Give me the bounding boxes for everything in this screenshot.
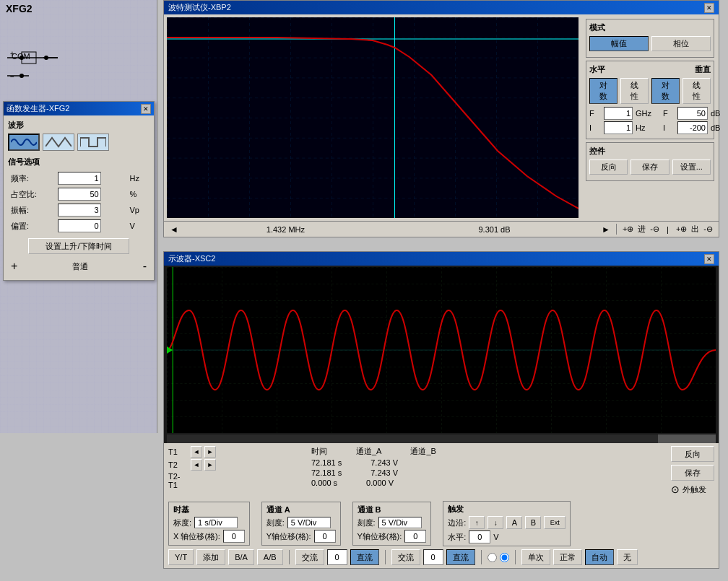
i-input-v[interactable] — [677, 121, 708, 134]
none-btn[interactable]: 无 — [617, 549, 638, 565]
bode-window: 波特测试仪-XBP2 ✕ — [163, 0, 719, 237]
t2-time-val: 72.181 s — [311, 468, 342, 477]
ac-input-a[interactable] — [327, 549, 347, 565]
reverse-btn[interactable]: 反向 — [589, 160, 628, 175]
amplitude-btn[interactable]: 幅值 — [589, 36, 649, 51]
settings-btn[interactable]: 设置... — [672, 160, 711, 175]
f-input-h[interactable] — [604, 107, 633, 120]
status-right-arrow[interactable]: ► — [599, 224, 613, 235]
zoom-out-label: 出 — [691, 224, 699, 235]
bode-close-btn[interactable]: ✕ — [704, 3, 714, 13]
duty-unit: % — [126, 186, 150, 202]
edge-fall-btn[interactable]: ↓ — [488, 516, 503, 529]
scope-radio-2[interactable] — [500, 553, 509, 562]
xfg2-title: XFG2 — [6, 3, 32, 14]
scope-radio-1[interactable] — [488, 553, 497, 562]
freq-input[interactable] — [58, 172, 101, 185]
t1-right-btn[interactable]: ► — [204, 446, 216, 458]
wave-sine-btn[interactable] — [8, 134, 40, 151]
edge-label: 边沿: — [448, 517, 466, 528]
scope-info-panel: T1 ◄ ► T2 ◄ ► T2-T1 时间 通道_A 通道_B 72.181 … — [164, 443, 719, 498]
ac-input-b[interactable] — [423, 549, 443, 565]
ch-a-y-offset-input[interactable] — [314, 530, 336, 543]
dc-btn-a[interactable]: 直流 — [350, 549, 379, 565]
f-input-v[interactable] — [677, 107, 708, 120]
mode-label: 模式 — [589, 22, 711, 33]
i-input-h[interactable] — [604, 121, 633, 134]
ch-b-trigger-btn[interactable]: B — [525, 516, 541, 529]
f-label-h: F — [589, 109, 601, 118]
wave-square-btn[interactable] — [77, 134, 109, 151]
t2t1-cha-val: 0.000 V — [366, 479, 394, 487]
scope-window: 示波器-XSC2 ✕ — [163, 251, 719, 569]
ab-btn[interactable]: A/B — [257, 549, 283, 565]
t2-left-btn[interactable]: ◄ — [191, 459, 202, 471]
dc-btn-b[interactable]: 直流 — [446, 549, 475, 565]
trigger-level-label: 水平: — [448, 532, 466, 543]
ext-trigger-label: 外触发 — [682, 484, 706, 495]
auto-btn[interactable]: 自动 — [585, 549, 614, 565]
waveform-label: 波形 — [8, 120, 150, 131]
controls-label: 控件 — [589, 146, 711, 157]
t2-right-btn[interactable]: ► — [204, 459, 216, 471]
ch-a-trigger-btn[interactable]: A — [506, 516, 522, 529]
ba-btn[interactable]: B/A — [228, 549, 254, 565]
rise-fall-btn[interactable]: 设置上升/下降时间 — [28, 238, 129, 254]
t2t1-time-val: 0.000 s — [311, 479, 337, 487]
x-offset-input[interactable] — [223, 530, 245, 543]
i-unit-h: Hz — [636, 123, 657, 132]
single-btn[interactable]: 单次 — [521, 549, 550, 565]
ac-btn-b[interactable]: 交流 — [391, 549, 420, 565]
ch-a-label: 通道 A — [266, 504, 336, 515]
ch-b-y-offset-input[interactable] — [404, 530, 426, 543]
scope-close-btn[interactable]: ✕ — [704, 254, 714, 264]
duty-input[interactable] — [58, 188, 101, 201]
zoom-in-plus-icon[interactable]: +⊕ — [623, 224, 633, 234]
save-btn[interactable]: 保存 — [630, 160, 669, 175]
zoom-out-plus-icon[interactable]: +⊕ — [676, 224, 687, 234]
t2-label: T2 — [168, 460, 188, 469]
scope-btn-row: Y/T 添加 B/A A/B 交流 直流 交流 直流 单次 正常 自动 无 — [168, 549, 714, 565]
phase-btn[interactable]: 相位 — [651, 36, 711, 51]
signal-options-label: 信号选项 — [8, 157, 150, 167]
t1-time-val: 72.181 s — [311, 458, 342, 467]
edge-rise-btn[interactable]: ↑ — [469, 516, 485, 529]
trigger-level-input[interactable] — [469, 530, 490, 543]
status-freq: 1.432 MHz — [181, 225, 390, 234]
minus-btn[interactable]: - — [143, 260, 147, 273]
plus-btn[interactable]: + — [11, 260, 17, 273]
scope-save-btn[interactable]: 保存 — [671, 465, 714, 481]
func-gen-close-btn[interactable]: ✕ — [141, 104, 151, 114]
svg-rect-13 — [167, 17, 578, 218]
f-label-v: F — [663, 109, 675, 118]
offset-input[interactable] — [58, 219, 101, 232]
func-gen-titlebar: 函数发生器-XFG2 ✕ — [4, 102, 154, 115]
zoom-out-minus-icon[interactable]: -⊖ — [703, 224, 713, 234]
waveform-row — [8, 134, 150, 151]
horizontal-label: 水平 — [589, 64, 605, 75]
ac-btn-a[interactable]: 交流 — [295, 549, 324, 565]
t2-cha-val: 7.243 V — [370, 468, 398, 477]
log-btn-h[interactable]: 对数 — [589, 78, 618, 104]
yt-btn[interactable]: Y/T — [168, 549, 194, 565]
amp-input[interactable] — [58, 204, 101, 217]
normal-btn[interactable]: 正常 — [553, 549, 582, 565]
bottom-row: + 普通 - — [8, 257, 150, 276]
status-left-arrow[interactable]: ◄ — [167, 224, 181, 235]
scope-scrollbar[interactable] — [167, 434, 716, 443]
func-gen-title: 函数发生器-XFG2 — [6, 103, 69, 114]
t1-cha-val: 7.243 V — [370, 458, 398, 467]
scope-reverse-btn[interactable]: 反向 — [671, 446, 714, 462]
controls-section: 控件 反向 保存 设置... — [586, 142, 714, 181]
zoom-in-minus-icon[interactable]: -⊖ — [650, 224, 659, 234]
add-btn[interactable]: 添加 — [196, 549, 225, 565]
f-unit-h: GHz — [636, 109, 657, 118]
linear-btn-h[interactable]: 线性 — [620, 78, 649, 104]
wave-triangle-btn[interactable] — [43, 134, 74, 151]
i-unit-v: dB — [711, 123, 728, 132]
func-gen-window: 函数发生器-XFG2 ✕ 波形 信号选项 — [3, 101, 155, 281]
ext-trigger-btn[interactable]: Ext — [544, 516, 566, 529]
t1-left-btn[interactable]: ◄ — [191, 446, 202, 458]
log-btn-v[interactable]: 对数 — [651, 78, 680, 104]
linear-btn-v[interactable]: 线性 — [682, 78, 711, 104]
